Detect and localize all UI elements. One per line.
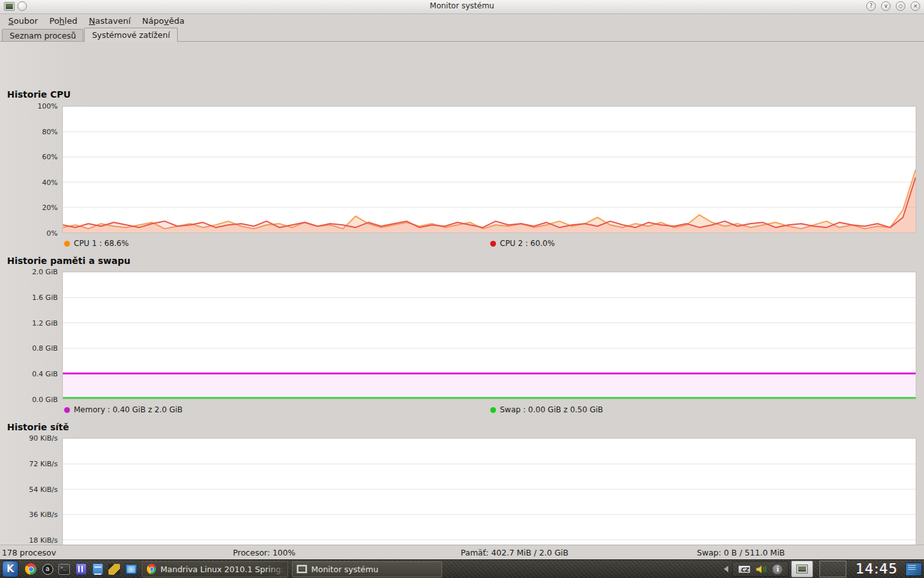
- memory-section-title: Historie paměti a swapu: [7, 256, 130, 266]
- legend-cpu1: CPU 1 : 68.6%: [64, 238, 129, 249]
- office-icon: [76, 563, 87, 575]
- system-tray: CZ i: [732, 561, 789, 577]
- remote-desktop-icon: [125, 564, 137, 575]
- file-manager-icon: [92, 563, 103, 575]
- taskbar-item-system-monitor[interactable]: Monitor systému: [292, 561, 442, 577]
- resources-page: Historie CPU 100% 80% 60% 40% 20% 0% CPU…: [0, 42, 924, 545]
- y-tick: 100%: [38, 102, 58, 110]
- network-history-chart: [62, 438, 916, 559]
- info-tray-icon[interactable]: i: [772, 564, 783, 575]
- memory-y-axis: 2.0 GiB 1.6 GiB 1.2 GiB 0.8 GiB 0.4 GiB …: [0, 272, 58, 399]
- system-monitor-window: Monitor systému ? ∨ ◇ × Soubor Pohled Na…: [0, 0, 924, 559]
- terminal-launcher[interactable]: [57, 562, 71, 576]
- y-tick: 20%: [42, 204, 58, 212]
- y-tick: 0.8 GiB: [32, 344, 58, 353]
- amarok-icon: a: [42, 564, 53, 575]
- show-desktop-icon[interactable]: [905, 563, 922, 576]
- cpu-status: Procesor: 100%: [233, 548, 295, 557]
- y-tick: 54 KiB/s: [29, 485, 58, 493]
- volume-icon[interactable]: [755, 564, 767, 575]
- menubar: Soubor Pohled Nastavení Nápověda: [0, 14, 924, 28]
- y-tick: 90 KiB/s: [29, 434, 58, 442]
- y-tick: 0%: [47, 229, 58, 238]
- titlebar[interactable]: Monitor systému ? ∨ ◇ ×: [0, 0, 924, 14]
- y-tick: 36 KiB/s: [29, 511, 58, 519]
- cpu-section-title: Historie CPU: [7, 89, 71, 100]
- tray-collapse-arrow[interactable]: [724, 566, 728, 572]
- legend-swap: Swap : 0.00 GiB z 0.50 GiB: [490, 405, 603, 415]
- y-tick: 18 KiB/s: [29, 536, 58, 545]
- empty-tray-slot: [819, 561, 846, 577]
- amarok-launcher[interactable]: a: [40, 562, 55, 576]
- process-count: 178 procesov: [2, 548, 56, 557]
- network-y-axis: 90 KiB/s 72 KiB/s 54 KiB/s 36 KiB/s 18 K…: [0, 438, 58, 559]
- label-fade: [266, 562, 287, 577]
- file-manager-launcher[interactable]: [90, 562, 105, 576]
- menu-pohled[interactable]: Pohled: [44, 15, 83, 27]
- screenshot-icon: [796, 565, 808, 574]
- y-tick: 1.6 GiB: [32, 293, 58, 301]
- y-tick: 60%: [42, 153, 58, 161]
- minimize-button[interactable]: ∨: [881, 1, 891, 11]
- close-button[interactable]: ×: [911, 1, 920, 11]
- video-icon: [108, 564, 120, 575]
- memory-legend: Memory : 0.40 GiB z 2.0 GiB Swap : 0.00 …: [0, 405, 924, 415]
- cpu-history-chart: [62, 106, 916, 233]
- menu-nastaveni[interactable]: Nastavení: [83, 15, 136, 27]
- cpu-legend: CPU 1 : 68.6% CPU 2 : 60.0%: [0, 238, 924, 249]
- remote-desktop-launcher[interactable]: [124, 562, 138, 576]
- clock[interactable]: 14:45: [855, 561, 898, 577]
- taskbar-item-chrome[interactable]: Mandriva Linux 2010.1 Spring: Scr: [142, 561, 288, 577]
- kde-menu-button[interactable]: K: [2, 561, 19, 577]
- memory-status: Pamäť: 402.7 MiB / 2.0 GiB: [461, 548, 569, 557]
- y-tick: 0.0 GiB: [32, 396, 58, 404]
- statusbar: 178 procesov Procesor: 100% Pamäť: 402.7…: [0, 545, 924, 559]
- keyboard-layout-indicator[interactable]: CZ: [738, 565, 751, 574]
- memory-color-dot: [64, 407, 70, 413]
- y-tick: 2.0 GiB: [32, 268, 58, 276]
- legend-memory: Memory : 0.40 GiB z 2.0 GiB: [64, 405, 183, 415]
- screenshot-tray-icon[interactable]: [791, 561, 813, 577]
- tab-process-list[interactable]: Seznam procesů: [2, 29, 83, 41]
- menu-soubor[interactable]: Soubor: [3, 15, 44, 27]
- cpu2-color-dot: [490, 241, 496, 247]
- cpu1-color-dot: [64, 241, 70, 247]
- maximize-button[interactable]: ◇: [896, 1, 905, 11]
- video-launcher[interactable]: [107, 562, 121, 576]
- help-button[interactable]: ?: [866, 1, 876, 11]
- tab-system-load[interactable]: Systémové zatížení: [84, 28, 178, 42]
- y-tick: 0.4 GiB: [32, 370, 58, 378]
- y-tick: 1.2 GiB: [32, 319, 58, 327]
- y-tick: 72 KiB/s: [29, 459, 58, 468]
- terminal-icon: [58, 564, 70, 575]
- swap-status: Swap: 0 B / 511.0 MiB: [697, 548, 785, 557]
- system-monitor-icon: [296, 565, 307, 574]
- taskbar: K a Mandriva Linux 2010.1 Spring: Scr Mo…: [0, 559, 924, 578]
- office-launcher[interactable]: [74, 562, 88, 576]
- menu-napoveda[interactable]: Nápověda: [137, 15, 191, 27]
- chrome-icon: [25, 563, 37, 575]
- legend-cpu2: CPU 2 : 60.0%: [490, 238, 555, 249]
- tabbar: Seznam procesů Systémové zatížení: [0, 28, 924, 42]
- quick-launch-area: a: [24, 562, 138, 576]
- chrome-icon: [147, 564, 156, 574]
- memory-history-chart: [62, 272, 916, 399]
- window-title: Monitor systému: [0, 1, 924, 10]
- cpu-y-axis: 100% 80% 60% 40% 20% 0%: [0, 106, 58, 233]
- chrome-launcher[interactable]: [24, 562, 38, 576]
- network-section-title: Historie sítě: [7, 422, 69, 432]
- y-tick: 80%: [42, 127, 58, 136]
- y-tick: 40%: [42, 178, 58, 186]
- swap-color-dot: [490, 407, 496, 413]
